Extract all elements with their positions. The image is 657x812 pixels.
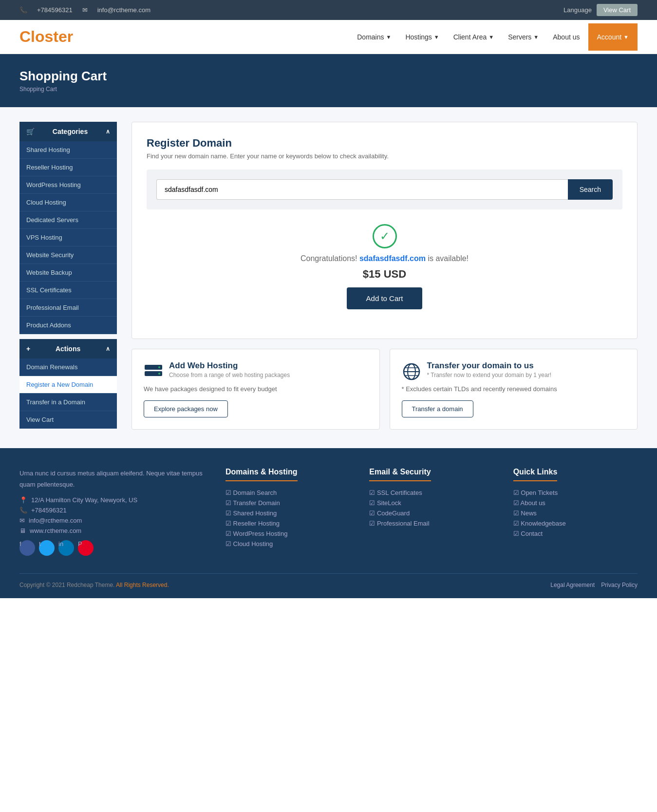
check-icon: ☑ (225, 499, 231, 507)
nav-account[interactable]: Account ▼ (588, 23, 638, 51)
monitor-icon: 🖥 (19, 527, 26, 534)
legal-agreement-link[interactable]: Legal Agreement (550, 582, 595, 588)
actions-header[interactable]: + Actions ∧ (19, 339, 117, 359)
availability-message: Congratulations! sdafasdfasdf.com is ava… (161, 254, 608, 263)
nav-domains[interactable]: Domains ▼ (351, 29, 397, 45)
view-cart-button[interactable]: View Cart (597, 4, 638, 16)
social-icons: f t in P (19, 540, 206, 559)
domain-search-input[interactable] (156, 179, 568, 200)
nav-hostings[interactable]: Hostings ▼ (399, 29, 445, 45)
footer-codeguard[interactable]: ☑ CodeGuard (369, 510, 493, 517)
domain-price: $15 USD (161, 268, 608, 281)
footer-email-text: info@rctheme.com (29, 517, 82, 524)
check-icon: ☑ (225, 520, 231, 527)
sidebar-item-register-domain[interactable]: Register a New Domain (19, 376, 117, 394)
footer-ssl[interactable]: ☑ SSL Certificates (369, 489, 493, 496)
content-area: Register Domain Find your new domain nam… (131, 122, 638, 434)
sidebar-item-view-cart[interactable]: View Cart (19, 411, 117, 429)
footer-reseller-hosting[interactable]: ☑ Reseller Hosting (225, 520, 350, 527)
sidebar-item-domain-renewals[interactable]: Domain Renewals (19, 359, 117, 376)
linkedin-icon[interactable]: in (58, 540, 74, 556)
nav-links: Domains ▼ Hostings ▼ Client Area ▼ Serve… (351, 23, 638, 51)
search-button[interactable]: Search (568, 179, 613, 200)
logo-rest: ster (45, 28, 74, 45)
nav-servers[interactable]: Servers ▼ (502, 29, 544, 45)
footer-cloud-hosting[interactable]: ☑ Cloud Hosting (225, 540, 350, 548)
sidebar-item-shared-hosting[interactable]: Shared Hosting (19, 141, 117, 159)
sidebar-item-cloud-hosting[interactable]: Cloud Hosting (19, 194, 117, 211)
check-icon: ☑ (513, 520, 519, 527)
twitter-icon[interactable]: t (39, 540, 55, 556)
sidebar-item-website-backup[interactable]: Website Backup (19, 264, 117, 282)
sidebar-item-website-security[interactable]: Website Security (19, 246, 117, 264)
register-domain-description: Find your new domain name. Enter your na… (147, 152, 622, 160)
logo[interactable]: Closter (19, 28, 73, 46)
add-to-cart-button[interactable]: Add to Cart (347, 287, 423, 309)
nav-client-area[interactable]: Client Area ▼ (448, 29, 500, 45)
language-button[interactable]: Language (563, 6, 592, 14)
svg-point-2 (158, 366, 160, 368)
footer-transfer-domain[interactable]: ☑ Transfer Domain (225, 499, 350, 507)
plus-icon: + (26, 345, 30, 353)
privacy-policy-link[interactable]: Privacy Policy (601, 582, 638, 588)
sidebar-item-professional-email[interactable]: Professional Email (19, 299, 117, 317)
footer-domain-search[interactable]: ☑ Domain Search (225, 489, 350, 496)
pinterest-icon[interactable]: P (78, 540, 94, 556)
footer-domains-hosting: Domains & Hosting ☑ Domain Search ☑ Tran… (225, 468, 350, 559)
footer-about: Urna nunc id cursus metus aliquam eleife… (19, 468, 206, 559)
cart-icon: 🛒 (26, 128, 35, 135)
card-title-area: Transfer your domain to us * Transfer no… (427, 361, 551, 382)
footer-phone: 📞 +784596321 (19, 507, 206, 514)
check-icon: ☑ (369, 489, 375, 496)
top-bar-actions: Language View Cart (563, 4, 638, 16)
rights-text: All Rights Reserved. (116, 582, 169, 588)
footer-professional-email[interactable]: ☑ Professional Email (369, 520, 493, 527)
footer-bottom: Copyright © 2021 Redcheap Theme. All Rig… (19, 573, 638, 588)
check-icon: ☑ (225, 489, 231, 496)
card-header: Add Web Hosting Choose from a range of w… (144, 361, 368, 382)
result-area: ✓ Congratulations! sdafasdfasdf.com is a… (147, 209, 622, 324)
globe-icon (402, 362, 421, 381)
phone-icon: 📞 (19, 507, 27, 514)
email-icon: ✉ (19, 517, 25, 524)
top-bar-contact: 📞 +784596321 ✉ info@rctheme.com (19, 6, 150, 14)
sidebar-item-transfer-domain[interactable]: Transfer in a Domain (19, 394, 117, 411)
sidebar-item-vps-hosting[interactable]: VPS Hosting (19, 229, 117, 246)
explore-packages-button[interactable]: Explore packages now (144, 400, 228, 417)
footer-wordpress-hosting[interactable]: ☑ WordPress Hosting (225, 530, 350, 537)
footer-phone-text: +784596321 (31, 507, 67, 514)
transfer-domain-button[interactable]: Transfer a domain (402, 400, 473, 417)
sidebar-item-dedicated-servers[interactable]: Dedicated Servers (19, 211, 117, 229)
nav-about[interactable]: About us (547, 29, 585, 45)
sidebar-item-reseller-hosting[interactable]: Reseller Hosting (19, 159, 117, 176)
footer-contact[interactable]: ☑ Contact (513, 530, 638, 537)
footer-sitelock[interactable]: ☑ SiteLock (369, 499, 493, 507)
footer-col1-title: Domains & Hosting (225, 468, 298, 481)
main-nav: Closter Domains ▼ Hostings ▼ Client Area… (0, 20, 657, 54)
footer-knowledgebase[interactable]: ☑ Knowledgebase (513, 520, 638, 527)
footer-about-us[interactable]: ☑ About us (513, 499, 638, 507)
logo-text: Cl (19, 28, 35, 45)
transfer-domain-card: Transfer your domain to us * Transfer no… (390, 349, 638, 430)
footer-address: 📍 12/A Hamilton City Way, Newyork, US (19, 496, 206, 504)
web-hosting-title: Add Web Hosting (169, 361, 290, 371)
logo-accent: o (35, 28, 45, 45)
sidebar-item-product-addons[interactable]: Product Addons (19, 317, 117, 334)
chevron-icon: ▼ (488, 34, 494, 40)
transfer-title: Transfer your domain to us (427, 361, 551, 371)
facebook-icon[interactable]: f (19, 540, 35, 556)
footer-website-text: www.rctheme.com (30, 527, 81, 534)
transfer-body: * Excludes certain TLDs and recently ren… (402, 385, 626, 393)
server-icon (144, 362, 163, 381)
sidebar-item-ssl-certificates[interactable]: SSL Certificates (19, 282, 117, 299)
check-icon: ☑ (369, 510, 375, 517)
categories-header[interactable]: 🛒 Categories ∧ (19, 122, 117, 141)
footer-news[interactable]: ☑ News (513, 510, 638, 517)
sidebar-item-wordpress-hosting[interactable]: WordPress Hosting (19, 176, 117, 194)
footer-website: 🖥 www.rctheme.com (19, 527, 206, 534)
footer-shared-hosting[interactable]: ☑ Shared Hosting (225, 510, 350, 517)
address-text: 12/A Hamilton City Way, Newyork, US (31, 496, 137, 504)
card-title-area: Add Web Hosting Choose from a range of w… (169, 361, 290, 382)
footer-open-tickets[interactable]: ☑ Open Tickets (513, 489, 638, 496)
email-address: info@rctheme.com (97, 6, 150, 14)
